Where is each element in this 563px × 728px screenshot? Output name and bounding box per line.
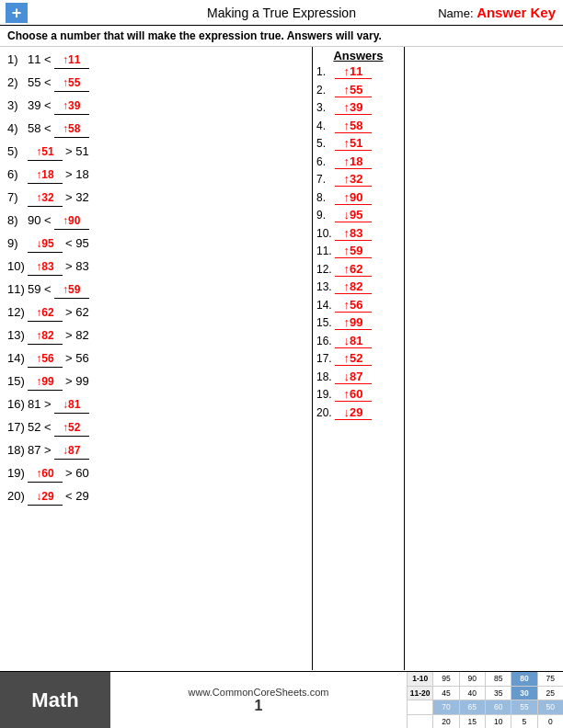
name-label: Name:: [438, 6, 473, 20]
answer-key-row: 15.↑99: [316, 315, 400, 330]
score-cell: 0: [538, 715, 563, 729]
score-cell: 50: [538, 700, 563, 714]
answer-blank: ↑39: [54, 97, 89, 115]
score-cell: 40: [460, 687, 486, 700]
score-cell: 85: [486, 672, 511, 686]
score-row: 1-109590858075: [408, 672, 563, 687]
question-row: 8)90 < ↑90: [7, 211, 304, 230]
expr-left: 55 <: [28, 74, 52, 92]
ak-value: ↑99: [335, 315, 372, 330]
ak-number: 18.: [316, 370, 335, 383]
question-number: 19): [7, 464, 28, 483]
ak-value: ↑55: [335, 83, 372, 97]
expr-left: 81 >: [28, 395, 52, 414]
answer-blank: ↑56: [28, 350, 63, 368]
score-cell: 25: [538, 687, 563, 700]
answer-key-row: 9.↓95: [316, 208, 400, 222]
question-row: 1)11 < ↑11: [7, 51, 304, 69]
footer: Math www.CommonCoreSheets.com 1 1-109590…: [0, 671, 563, 728]
answer-key-row: 17.↑52: [316, 351, 400, 366]
ak-value: ↑18: [335, 154, 372, 169]
page-number: 1: [255, 698, 263, 714]
ak-number: 14.: [316, 299, 335, 312]
question-expression: ↑82 > 82: [28, 326, 89, 345]
ak-number: 3.: [316, 101, 335, 114]
question-expression: 87 > ↓87: [28, 441, 89, 460]
answer-blank: ↑52: [54, 419, 89, 437]
score-cell: 75: [538, 672, 563, 686]
question-number: 14): [7, 349, 28, 368]
question-row: 16)81 > ↓81: [7, 395, 304, 414]
ak-number: 15.: [316, 316, 335, 329]
ak-value: ↑59: [335, 244, 372, 258]
ak-value: ↑82: [335, 279, 372, 294]
ak-number: 7.: [316, 173, 335, 186]
score-cell: 80: [511, 672, 537, 686]
question-expression: 39 < ↑39: [28, 97, 89, 115]
expr-right: > 62: [65, 303, 89, 322]
question-expression: 90 < ↑90: [28, 211, 89, 230]
answer-blank: ↑58: [54, 120, 89, 138]
logo: +: [6, 3, 28, 23]
answer-blank: ↓95: [28, 235, 63, 253]
question-expression: 52 < ↑52: [28, 418, 89, 437]
page-title: Making a True Expression: [207, 6, 356, 20]
ak-number: 16.: [316, 335, 335, 347]
ak-value: ↑83: [335, 226, 372, 241]
ak-number: 1.: [316, 65, 335, 78]
answer-key-row: 6.↑18: [316, 154, 400, 169]
ak-number: 9.: [316, 209, 335, 222]
question-expression: ↑51 > 51: [28, 142, 89, 161]
ak-number: 19.: [316, 388, 335, 401]
question-row: 17)52 < ↑52: [7, 418, 304, 437]
expr-right: < 95: [65, 234, 89, 253]
website-label: www.CommonCoreSheets.com: [189, 687, 329, 698]
question-number: 18): [7, 441, 28, 460]
answer-blank: ↓81: [54, 396, 89, 414]
answer-key-row: 4.↑58: [316, 119, 400, 133]
question-row: 14)↑56 > 56: [7, 349, 304, 368]
question-row: 11)59 < ↑59: [7, 280, 304, 299]
question-row: 10)↑83 > 83: [7, 257, 304, 276]
expr-right: > 60: [65, 464, 89, 483]
score-table-inner: 1-10959085807511-20454035302570656055502…: [408, 672, 563, 728]
answer-blank: ↑51: [28, 143, 63, 161]
score-cell: 30: [511, 687, 537, 700]
expr-left: 11 <: [28, 51, 52, 69]
answer-key-row: 10.↑83: [316, 226, 400, 241]
question-row: 18)87 > ↓87: [7, 441, 304, 460]
question-expression: 55 < ↑55: [28, 74, 89, 92]
question-row: 7)↑32 > 32: [7, 188, 304, 207]
question-number: 3): [7, 97, 28, 115]
answer-key-row: 7.↑32: [316, 172, 400, 187]
answer-key-row: 16.↓81: [316, 334, 400, 348]
question-expression: 59 < ↑59: [28, 280, 89, 299]
ak-value: ↑32: [335, 172, 372, 187]
ak-value: ↓81: [335, 334, 372, 348]
score-row: 20151050: [408, 715, 563, 729]
score-cell: 45: [433, 687, 459, 700]
question-number: 20): [7, 487, 28, 506]
answer-key-row: 14.↑56: [316, 298, 400, 313]
expr-right: > 51: [65, 142, 89, 161]
question-row: 15)↑99 > 99: [7, 372, 304, 391]
score-cell: 35: [486, 687, 511, 700]
expr-right: > 56: [65, 349, 89, 368]
score-cell: 5: [511, 715, 537, 729]
ak-number: 20.: [316, 406, 335, 419]
answer-key-row: 5.↑51: [316, 136, 400, 151]
question-number: 5): [7, 142, 28, 161]
question-expression: ↑62 > 62: [28, 303, 89, 322]
header-name-area: Name: Answer Key: [438, 5, 556, 20]
question-number: 12): [7, 303, 28, 322]
question-expression: ↑18 > 18: [28, 165, 89, 184]
answer-blank: ↑32: [28, 189, 63, 207]
expr-right: > 99: [65, 372, 89, 391]
answer-key-row: 13.↑82: [316, 279, 400, 294]
ak-number: 5.: [316, 137, 335, 150]
answer-key-row: 12.↑62: [316, 262, 400, 277]
question-expression: 81 > ↓81: [28, 395, 89, 414]
ak-value: ↑60: [335, 387, 372, 402]
expr-right: > 32: [65, 188, 89, 207]
question-row: 12)↑62 > 62: [7, 303, 304, 322]
